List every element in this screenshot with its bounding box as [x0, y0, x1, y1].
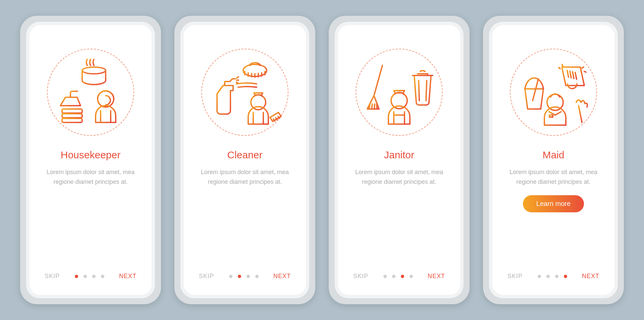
dot-3[interactable]	[401, 275, 404, 278]
svg-line-10	[426, 81, 427, 101]
screen-title: Housekeeper	[61, 149, 120, 161]
phone-mockup: Cleaner Lorem ipsum dolor sit amet, mea …	[174, 16, 315, 304]
dot-2[interactable]	[84, 275, 87, 278]
dot-4[interactable]	[564, 275, 567, 278]
skip-button[interactable]: SKIP	[353, 273, 368, 280]
svg-point-0	[82, 67, 106, 74]
skip-button[interactable]: SKIP	[45, 273, 60, 280]
bottom-nav: SKIP NEXT	[30, 273, 152, 280]
screen-title: Maid	[542, 149, 564, 161]
screen-title: Cleaner	[227, 149, 262, 161]
onboarding-screen-maid: Maid Lorem ipsum dolor sit amet, mea reg…	[492, 25, 614, 295]
screen-description: Lorem ipsum dolor sit amet, mea regione …	[352, 167, 447, 187]
dot-1[interactable]	[383, 275, 387, 278]
bottom-nav: SKIP NEXT	[338, 273, 460, 280]
screen-title: Janitor	[384, 149, 414, 161]
dot-3[interactable]	[247, 275, 250, 278]
svg-line-13	[579, 106, 582, 122]
svg-rect-1	[62, 109, 82, 113]
bottom-nav: SKIP NEXT	[184, 273, 306, 280]
dot-2[interactable]	[546, 275, 550, 278]
next-button[interactable]: NEXT	[273, 273, 291, 280]
housekeeper-icon	[44, 45, 138, 139]
svg-line-12	[533, 79, 538, 101]
screen-description: Lorem ipsum dolor sit amet, mea regione …	[43, 167, 138, 187]
dot-4[interactable]	[410, 275, 413, 278]
screen-description: Lorem ipsum dolor sit amet, mea regione …	[197, 167, 292, 187]
pagination-dots	[383, 275, 413, 278]
pagination-dots	[538, 275, 567, 278]
svg-line-8	[419, 81, 419, 101]
dot-1[interactable]	[538, 275, 541, 278]
next-button[interactable]: NEXT	[119, 273, 137, 280]
svg-line-7	[374, 65, 382, 96]
onboarding-screen-housekeeper: Housekeeper Lorem ipsum dolor sit amet, …	[30, 25, 152, 295]
bottom-nav: SKIP NEXT	[492, 273, 614, 280]
dot-1[interactable]	[229, 275, 232, 278]
dot-1[interactable]	[75, 275, 78, 278]
phone-mockup: Maid Lorem ipsum dolor sit amet, mea reg…	[483, 16, 624, 304]
janitor-icon	[352, 45, 446, 139]
dot-3[interactable]	[92, 275, 96, 278]
next-button[interactable]: NEXT	[582, 273, 599, 280]
pagination-dots	[75, 275, 104, 278]
onboarding-screen-janitor: Janitor Lorem ipsum dolor sit amet, mea …	[338, 25, 460, 295]
skip-button[interactable]: SKIP	[507, 273, 523, 280]
next-button[interactable]: NEXT	[428, 273, 445, 280]
dot-2[interactable]	[392, 275, 395, 278]
maid-icon	[506, 45, 600, 139]
screen-description: Lorem ipsum dolor sit amet, mea regione …	[506, 167, 601, 187]
phone-mockup: Housekeeper Lorem ipsum dolor sit amet, …	[20, 16, 161, 304]
pagination-dots	[229, 275, 259, 278]
dot-3[interactable]	[555, 275, 558, 278]
svg-rect-3	[62, 118, 82, 122]
svg-rect-2	[62, 114, 82, 118]
dot-2[interactable]	[238, 275, 241, 278]
skip-button[interactable]: SKIP	[199, 273, 214, 280]
dot-4[interactable]	[101, 275, 104, 278]
dot-4[interactable]	[255, 275, 259, 278]
onboarding-screen-cleaner: Cleaner Lorem ipsum dolor sit amet, mea …	[184, 25, 306, 295]
learn-more-button[interactable]: Learn more	[523, 195, 584, 212]
phone-mockup: Janitor Lorem ipsum dolor sit amet, mea …	[329, 16, 470, 304]
cleaner-icon	[198, 45, 292, 139]
